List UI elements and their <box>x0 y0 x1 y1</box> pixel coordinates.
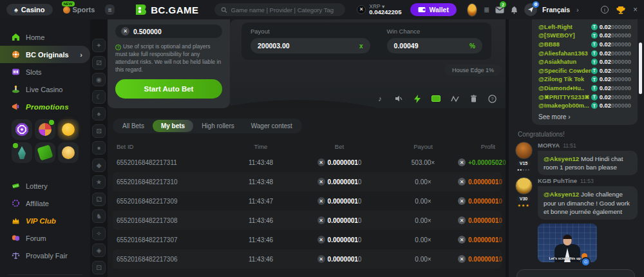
win-chance-label: Win Chance <box>387 28 482 35</box>
bet-amount-input[interactable]: ✕ 0.500000 <box>115 24 222 38</box>
chat-panel-button[interactable]: ⚙ <box>524 3 537 16</box>
congratulations-text: Congratulations! <box>518 131 638 138</box>
sidebar-item-provably-fair[interactable]: Provably Fair <box>0 247 90 264</box>
promo-piggy-tile[interactable] <box>58 119 79 140</box>
game-icon[interactable]: ★ <box>92 175 106 189</box>
sidebar-item-forum[interactable]: Forum <box>0 229 90 247</box>
game-icon[interactable]: ⚁ <box>92 193 106 206</box>
hotkeys-icon[interactable] <box>431 94 440 103</box>
promo-target-tile[interactable] <box>12 119 32 140</box>
game-icon[interactable]: ♞ <box>92 209 106 223</box>
game-icon[interactable]: ♠ <box>92 107 106 120</box>
sidebar-item-live-casino[interactable]: Live Casino <box>0 81 90 98</box>
start-auto-bet-button[interactable]: Start Auto Bet <box>115 79 222 99</box>
game-icon[interactable]: ◈ <box>92 244 106 257</box>
chat-timestamp: 11:53 <box>580 178 594 184</box>
live-stats-icon[interactable] <box>450 94 459 103</box>
promo-rocket-tile[interactable] <box>12 142 32 163</box>
feed-username[interactable]: @Imakegob00m... <box>538 102 589 109</box>
house-edge-tab[interactable]: House Edge 1% <box>444 64 502 76</box>
balance-selector[interactable]: ✕ XRP ▾ 0.04242205 <box>357 4 401 16</box>
sidebar-item-home[interactable]: Home <box>0 28 90 46</box>
casino-toggle[interactable]: ♠ Casino <box>6 4 53 15</box>
mention[interactable]: @Aksyen12 <box>544 191 579 198</box>
sidebar-item-slots[interactable]: Slots <box>0 63 90 81</box>
table-row[interactable]: 65520168482217309 11:43:47 ✕ 0.00000010 … <box>113 191 502 211</box>
bet-feed-row: @Diamond♦Hu.. T 0.02000000 <box>538 84 631 93</box>
tab-all-bets[interactable]: All Bets <box>114 120 153 132</box>
promo-coin-tile[interactable] <box>58 142 79 163</box>
turbo-bolt-icon[interactable] <box>413 94 422 103</box>
tab-my-bets[interactable]: My bets <box>153 120 193 132</box>
game-icon[interactable]: ● <box>92 141 106 155</box>
feed-username[interactable]: @Left-Right <box>538 24 573 30</box>
search-bar[interactable] <box>214 3 346 16</box>
chat-username[interactable]: KGB PuhTine <box>538 177 577 184</box>
feed-username[interactable]: @Asiakhatun <box>538 59 576 65</box>
emoji-reaction-button[interactable]: ☺ <box>581 257 591 267</box>
bc-game-logo[interactable]: BC.GAME <box>134 3 198 16</box>
win-chance-input[interactable]: 0.00049 % <box>387 38 482 53</box>
bet-list-icon[interactable]: ≣ <box>484 6 489 14</box>
inbox-button[interactable]: 2 <box>495 3 504 16</box>
feed-username[interactable]: @Diamond♦Hu.. <box>538 85 584 91</box>
game-icon[interactable]: ✦ <box>92 39 106 52</box>
sports-toggle[interactable]: NEW Sports <box>58 4 100 15</box>
chevron-right-icon[interactable]: › <box>576 6 579 14</box>
chat-gif-attachment[interactable]: Let's screw this up t... <box>538 224 597 262</box>
game-icon[interactable]: ◉ <box>92 73 106 86</box>
table-row[interactable]: 65520168482217307 11:43:46 ✕ 0.00000010 … <box>113 230 502 249</box>
chat-username[interactable]: MORYA <box>538 142 560 149</box>
wallet-button[interactable]: Wallet <box>410 3 457 16</box>
feed-username[interactable]: @Specific Cowden <box>538 68 591 74</box>
bet-amount: ✕ 0.00000010 <box>317 216 362 224</box>
feed-username[interactable]: @[SWEBOY] <box>538 32 575 39</box>
user-avatar[interactable] <box>515 142 533 159</box>
sidebar-item-vip-club[interactable]: VIP Club <box>0 212 90 229</box>
affiliate-icon <box>12 199 20 207</box>
game-icon[interactable]: ⚀ <box>92 261 106 274</box>
feed-username[interactable]: @Zilong Tik Tok <box>538 76 584 82</box>
sidebar-item-lottery[interactable]: Lottery <box>0 177 90 195</box>
feed-amount: T 0.02000000 <box>591 102 631 109</box>
close-chat-icon[interactable]: × <box>633 5 638 14</box>
feed-username[interactable]: @✖PRITTYS233✖ <box>538 93 589 100</box>
sidebar-item-promotions[interactable]: Promotions <box>0 98 90 115</box>
search-input[interactable] <box>231 6 339 14</box>
menu-toggle-button[interactable]: ≡ <box>105 5 115 15</box>
chat-rules-icon[interactable]: i <box>601 6 609 14</box>
table-row[interactable]: 65520168482217310 11:43:48 ✕ 0.00000010 … <box>113 172 502 191</box>
promo-wheel-tile[interactable] <box>35 119 55 140</box>
promo-tag-tile[interactable] <box>35 142 55 163</box>
trash-icon[interactable] <box>469 94 478 103</box>
game-icon[interactable]: ◆ <box>92 158 106 172</box>
user-avatar[interactable] <box>515 177 533 195</box>
tab-wager-contest[interactable]: Wager contest <box>243 120 301 132</box>
feed-username[interactable]: @BB88 <box>538 41 560 48</box>
payout-input[interactable]: 200003.00 x <box>251 38 370 53</box>
sidebar-item-bc-originals[interactable]: BC Originals › <box>0 46 90 63</box>
sidebar-item-affiliate[interactable]: Affiliate <box>0 195 90 212</box>
notifications-button[interactable] <box>509 3 519 16</box>
table-row[interactable]: 65520168482217308 11:43:46 ✕ 0.00000010 … <box>113 211 502 230</box>
chat-scrollbar[interactable] <box>639 43 642 94</box>
table-row[interactable]: 65520168482217306 11:43:46 ✕ 0.00000010 … <box>113 249 502 269</box>
table-row[interactable]: 65520168482217311 11:43:48 ✕ 0.00000010 … <box>113 153 502 172</box>
game-icon[interactable]: ✧ <box>92 227 106 240</box>
game-icon[interactable]: ⚂ <box>92 56 106 70</box>
tab-high-rollers[interactable]: High rollers <box>193 120 243 132</box>
help-icon[interactable]: ? <box>488 94 497 103</box>
user-avatar[interactable] <box>467 3 477 17</box>
header-time: Time <box>254 143 268 150</box>
see-more-link[interactable]: See more › <box>538 113 631 120</box>
music-icon[interactable]: ♪ <box>375 94 384 103</box>
game-icon[interactable]: ☾ <box>92 90 106 104</box>
sound-icon[interactable] <box>394 94 403 103</box>
bc-shield-icon <box>134 3 147 16</box>
feed-username[interactable]: @Aliesfahan1363 <box>538 50 588 57</box>
mention[interactable]: @Aksyen12 <box>544 155 579 162</box>
game-icon[interactable]: ⚄ <box>92 124 106 138</box>
chat-input[interactable] <box>516 269 635 277</box>
chat-language-selector[interactable]: Français <box>542 6 570 14</box>
trophy-icon[interactable] <box>616 6 625 14</box>
